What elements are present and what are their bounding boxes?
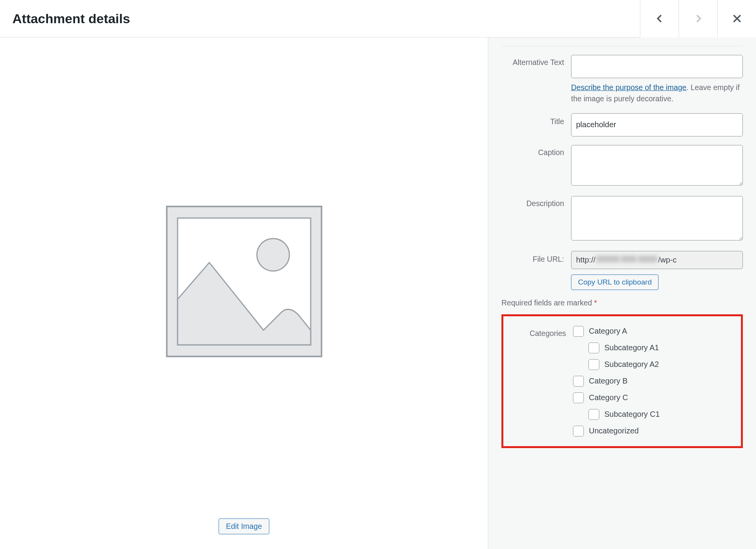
file-url-label: File URL: bbox=[501, 251, 571, 264]
category-checkbox[interactable] bbox=[573, 392, 584, 403]
category-checkbox[interactable] bbox=[588, 343, 599, 353]
chevron-right-icon bbox=[693, 13, 704, 24]
description-input[interactable] bbox=[571, 196, 743, 240]
redacted-host bbox=[595, 256, 658, 264]
alt-text-input[interactable] bbox=[571, 55, 743, 78]
svg-point-2 bbox=[257, 239, 289, 271]
category-item[interactable]: Subcategory A2 bbox=[588, 359, 741, 370]
next-attachment-button bbox=[679, 0, 717, 38]
close-button[interactable] bbox=[717, 0, 756, 38]
category-item[interactable]: Subcategory A1 bbox=[588, 343, 741, 353]
caption-label: Caption bbox=[501, 145, 571, 157]
alt-text-help-link[interactable]: Describe the purpose of the image bbox=[571, 83, 686, 92]
description-label: Description bbox=[501, 196, 571, 208]
required-fields-note: Required fields are marked * bbox=[501, 298, 743, 307]
chevron-left-icon bbox=[654, 13, 665, 24]
title-label: Title bbox=[501, 113, 571, 126]
category-item-label: Category C bbox=[589, 393, 628, 402]
page-title: Attachment details bbox=[0, 11, 640, 26]
category-item[interactable]: Subcategory C1 bbox=[588, 409, 741, 420]
category-item-label: Category B bbox=[589, 377, 628, 385]
category-item[interactable]: Category A bbox=[573, 326, 741, 337]
categories-highlight-box: Categories Category ASubcategory A1Subca… bbox=[501, 314, 743, 448]
category-checkbox[interactable] bbox=[573, 326, 584, 337]
category-item-label: Category A bbox=[589, 327, 627, 336]
alt-text-label: Alternative Text bbox=[501, 55, 571, 67]
category-item[interactable]: Category C bbox=[573, 392, 741, 403]
category-item[interactable]: Uncategorized bbox=[573, 426, 741, 436]
edit-image-button[interactable]: Edit Image bbox=[219, 518, 269, 534]
alt-text-help: Describe the purpose of the image. Leave… bbox=[571, 82, 743, 105]
copy-url-button[interactable]: Copy URL to clipboard bbox=[571, 274, 659, 290]
category-item-label: Subcategory A2 bbox=[604, 360, 659, 369]
category-item-label: Subcategory C1 bbox=[604, 410, 660, 419]
close-icon bbox=[731, 13, 743, 24]
category-item[interactable]: Category B bbox=[573, 376, 741, 387]
caption-input[interactable] bbox=[571, 145, 743, 186]
category-checkbox[interactable] bbox=[588, 359, 599, 370]
category-checkbox[interactable] bbox=[573, 376, 584, 387]
title-input[interactable] bbox=[571, 113, 743, 136]
attachment-preview: Edit Image bbox=[0, 38, 488, 549]
category-checkbox[interactable] bbox=[573, 426, 584, 436]
file-url-input[interactable]: http:///wp-c bbox=[571, 251, 743, 269]
category-checkbox[interactable] bbox=[588, 409, 599, 420]
category-item-label: Subcategory A1 bbox=[604, 343, 659, 352]
categories-label: Categories bbox=[503, 326, 573, 338]
image-placeholder-icon bbox=[165, 203, 323, 361]
category-item-label: Uncategorized bbox=[589, 426, 639, 435]
prev-attachment-button[interactable] bbox=[640, 0, 679, 38]
